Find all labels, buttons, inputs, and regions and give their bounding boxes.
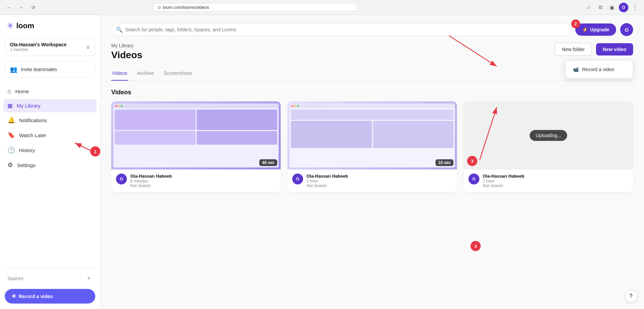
video-avatar-3: O — [468, 174, 479, 184]
video-thumbnail-3: Uploading... — [464, 101, 633, 169]
address-bar[interactable]: ⊙ loom.com/looms/videos — [153, 3, 357, 12]
clock-icon: 🕐 — [7, 146, 15, 154]
video-meta-1: O Ola-Hassan Habeeb 6 minutes Not shared — [116, 174, 276, 188]
loom-brand-text: loom — [16, 21, 34, 30]
video-record-icon: 📹 — [573, 67, 579, 72]
video-duration-1: 48 sec — [259, 159, 277, 166]
record-icon: ✳ — [12, 293, 16, 299]
sidebar: ✳ loom Ola-Hassan's Workspace 1 member ∨… — [0, 15, 100, 309]
sidebar-item-history-label: History — [19, 147, 35, 153]
videos-section-title: Videos — [111, 89, 633, 96]
upgrade-button-wrapper: 2 ⚡ Upgrade — [575, 23, 616, 36]
annotation-badge-3: 3 — [470, 241, 481, 251]
video-thumbnail-2: 10 sec — [287, 101, 457, 169]
video-sharing-2: Not shared — [307, 183, 452, 188]
video-meta-2: O Ola-Hassan Habeeb 1 hour Not shared — [292, 174, 452, 188]
video-avatar-2: O — [292, 174, 303, 184]
bookmark-icon: 🔖 — [7, 131, 15, 139]
record-video-sidebar-button[interactable]: ✳ Record a video — [5, 289, 95, 304]
video-card[interactable]: 48 sec O Ola-Hassan Habeeb 6 minutes Not… — [111, 101, 281, 192]
video-details-2: Ola-Hassan Habeeb 1 hour Not shared — [307, 174, 452, 188]
url-text: loom.com/looms/videos — [163, 5, 209, 10]
browser-actions: ☆ ⧉ ▣ O ⋮ — [584, 3, 640, 12]
browser-menu-button[interactable]: ⋮ — [630, 3, 640, 12]
search-icon: 🔍 — [116, 27, 123, 33]
sidebar-item-history[interactable]: 🕐 History — [3, 143, 97, 157]
invite-teammates-button[interactable]: 👥 Invite teammates — [5, 61, 95, 78]
sidebar-item-home-label: Home — [15, 88, 29, 94]
video-info-1: O Ola-Hassan Habeeb 6 minutes Not shared — [111, 169, 281, 192]
app-layout: ✳ loom Ola-Hassan's Workspace 1 member ∨… — [0, 15, 644, 309]
bell-icon: 🔔 — [7, 116, 15, 124]
gear-icon: ⚙ — [7, 161, 13, 169]
new-video-button[interactable]: New video — [596, 43, 633, 55]
reload-button[interactable]: ↺ — [29, 3, 38, 12]
sidebar-item-settings-label: Settings — [17, 162, 35, 168]
spaces-label: Spaces — [7, 276, 23, 281]
record-label: Record a video — [19, 294, 53, 299]
workspace-name: Ola-Hassan's Workspace — [10, 42, 66, 47]
tab-videos[interactable]: Videos — [111, 67, 128, 81]
video-meta-3: O Ola-Hassan Habeeb 1 hour Not shared — [468, 174, 628, 188]
new-video-wrapper: New video 📹 Record a video — [596, 43, 633, 55]
record-a-video-label: Record a video — [582, 67, 614, 72]
new-folder-button[interactable]: New folder — [555, 43, 592, 56]
video-info-2: O Ola-Hassan Habeeb 1 hour Not shared — [287, 169, 457, 192]
back-button[interactable]: ← — [4, 3, 14, 12]
search-input[interactable] — [111, 23, 571, 36]
upgrade-label: Upgrade — [590, 27, 609, 32]
sidebar-item-watch-later[interactable]: 🔖 Watch Later — [3, 128, 97, 142]
record-a-video-option[interactable]: 📹 Record a video — [568, 63, 630, 76]
site-info-icon: ⊙ — [158, 5, 161, 10]
profile-avatar-chrome[interactable]: O — [619, 3, 628, 12]
video-time-3: 1 hour — [483, 179, 628, 183]
home-icon: ⌂ — [7, 88, 11, 95]
window-button[interactable]: ▣ — [607, 3, 617, 12]
sidebar-item-watch-later-label: Watch Later — [19, 132, 46, 138]
forward-button[interactable]: → — [16, 3, 26, 12]
video-details-3: Ola-Hassan Habeeb 1 hour Not shared — [483, 174, 628, 188]
header-area: My Library Videos New folder New video 📹… — [111, 43, 633, 61]
search-container: 🔍 — [111, 23, 571, 36]
chevron-down-icon: ∨ — [86, 44, 90, 50]
video-card[interactable]: 10 sec O Ola-Hassan Habeeb 1 hour Not sh… — [287, 101, 457, 192]
video-sharing-1: Not shared — [130, 183, 276, 188]
video-author-3: Ola-Hassan Habeeb — [483, 174, 628, 179]
user-avatar[interactable]: O — [620, 23, 633, 36]
video-author-1: Ola-Hassan Habeeb — [130, 174, 276, 179]
tab-screenshots[interactable]: Screenshots — [163, 67, 193, 81]
videos-grid: 48 sec O Ola-Hassan Habeeb 6 minutes Not… — [111, 101, 633, 192]
invite-label: Invite teammates — [21, 67, 57, 72]
sidebar-item-my-library[interactable]: ▦ My Library — [3, 99, 97, 112]
sidebar-divider — [5, 267, 95, 268]
sidebar-item-settings[interactable]: ⚙ Settings — [3, 158, 97, 172]
video-card[interactable]: Uploading... O Ola-Hassan Habeeb 1 hour … — [464, 101, 633, 192]
action-buttons: New folder New video 📹 Record a video — [555, 43, 633, 56]
uploading-badge: Uploading... — [530, 130, 567, 141]
upgrade-button[interactable]: ⚡ Upgrade — [575, 23, 616, 36]
spaces-header: Spaces + — [0, 272, 100, 285]
loom-star-icon: ✳ — [7, 21, 14, 31]
video-avatar-1: O — [116, 174, 127, 184]
annotation-badge-3-wrapper: 3 — [470, 241, 481, 251]
workspace-selector[interactable]: Ola-Hassan's Workspace 1 member ∨ — [5, 38, 95, 56]
workspace-members: 1 member — [10, 47, 66, 52]
invite-icon: 👥 — [10, 66, 17, 73]
video-time-2: 1 hour — [307, 179, 452, 183]
extensions-button[interactable]: ⧉ — [596, 3, 605, 12]
workspace-info: Ola-Hassan's Workspace 1 member — [10, 42, 66, 52]
sidebar-item-home[interactable]: ⌂ Home — [3, 84, 97, 98]
new-video-dropdown: 📹 Record a video — [565, 60, 633, 79]
bookmark-button[interactable]: ☆ — [584, 3, 594, 12]
main-content: 🔍 2 ⚡ Upgrade O My Library Videos New fo… — [100, 15, 644, 309]
help-button[interactable]: ? — [625, 290, 637, 302]
sidebar-item-notifications-label: Notifications — [19, 117, 47, 123]
sidebar-item-my-library-label: My Library — [17, 103, 40, 109]
video-info-3: O Ola-Hassan Habeeb 1 hour Not shared — [464, 169, 633, 192]
top-bar: 🔍 2 ⚡ Upgrade O — [111, 23, 633, 36]
library-icon: ▦ — [7, 102, 13, 109]
video-duration-2: 10 sec — [435, 159, 453, 166]
sidebar-item-notifications[interactable]: 🔔 Notifications — [3, 113, 97, 127]
tab-archive[interactable]: Archive — [136, 67, 155, 81]
spaces-add-button[interactable]: + — [85, 275, 93, 282]
